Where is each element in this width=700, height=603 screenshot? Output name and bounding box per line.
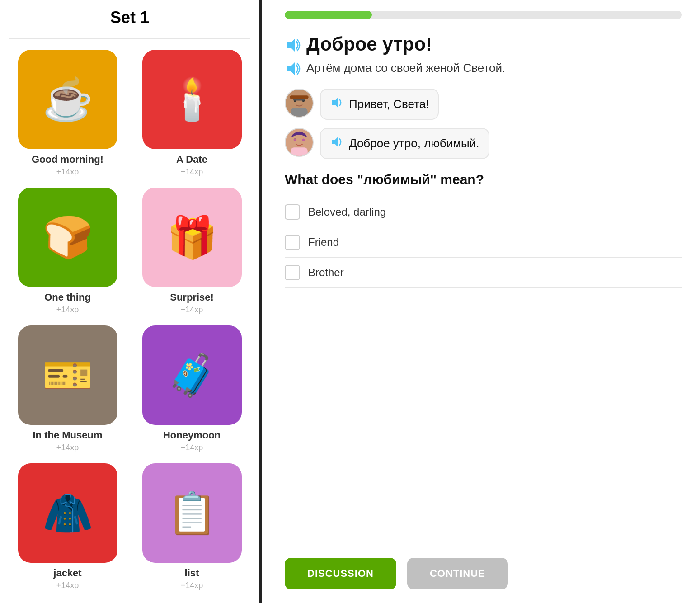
lesson-xp-7: +14xp: [181, 581, 203, 590]
lesson-xp-6: +14xp: [56, 581, 79, 590]
lesson-name-0: Good morning!: [32, 154, 103, 165]
discussion-button[interactable]: DISCUSSION: [285, 558, 396, 589]
svg-rect-7: [290, 96, 308, 99]
progress-track: [285, 11, 682, 19]
question-heading: What does "любимый" mean?: [285, 172, 682, 187]
lesson-icon-5: 🧳: [142, 325, 242, 425]
svg-point-13: [294, 139, 296, 141]
choice-text-0: Beloved, darling: [308, 206, 386, 218]
lesson-item-4[interactable]: 🎫In the Museum+14xp: [9, 325, 126, 452]
subtitle-speaker-icon[interactable]: [285, 61, 300, 76]
dialog-speaker-icon-1[interactable]: [330, 135, 343, 152]
subtitle: Артём дома со своей женой Светой.: [285, 60, 682, 76]
lesson-xp-1: +14xp: [181, 167, 203, 177]
main-heading: Доброе утро!: [285, 33, 682, 55]
subtitle-text: Артём дома со своей женой Светой.: [306, 60, 505, 76]
lesson-icon-7: 📋: [142, 463, 242, 563]
lesson-icon-3: 🎁: [142, 188, 242, 287]
continue-button[interactable]: CONTINUE: [407, 558, 508, 589]
button-row: DISCUSSION CONTINUE: [285, 558, 682, 589]
lesson-name-3: Surprise!: [170, 292, 214, 303]
progress-bar-container: [285, 11, 682, 19]
svg-marker-1: [287, 62, 295, 75]
dialog-row-0: Привет, Света!: [285, 89, 682, 120]
choices: Beloved, darlingFriendBrother: [285, 197, 682, 288]
lesson-name-2: One thing: [44, 292, 91, 303]
lesson-xp-5: +14xp: [181, 443, 203, 452]
svg-marker-8: [332, 98, 338, 108]
svg-marker-15: [332, 137, 338, 147]
svg-marker-0: [287, 39, 295, 52]
choice-text-1: Friend: [308, 236, 339, 249]
set-title: Set 1: [9, 0, 250, 39]
lesson-item-5[interactable]: 🧳Honeymoon+14xp: [133, 325, 250, 452]
choice-checkbox-2[interactable]: [285, 265, 300, 280]
lesson-icon-2: 🍞: [18, 188, 117, 287]
avatar-0: [285, 89, 314, 118]
svg-rect-3: [291, 108, 308, 117]
choice-item-2[interactable]: Brother: [285, 258, 682, 288]
lesson-item-0[interactable]: ☕Good morning!+14xp: [9, 50, 126, 177]
progress-fill: [285, 11, 372, 19]
choice-text-2: Brother: [308, 266, 344, 279]
lesson-icon-1: 🕯️: [142, 50, 242, 149]
dialog-speaker-icon-0[interactable]: [330, 96, 343, 113]
dialog-text-0: Привет, Света!: [349, 97, 429, 111]
choice-item-1[interactable]: Friend: [285, 227, 682, 258]
lesson-name-1: A Date: [176, 154, 207, 165]
lesson-icon-6: 🧥: [18, 463, 117, 563]
lesson-item-2[interactable]: 🍞One thing+14xp: [9, 188, 126, 315]
lesson-item-7[interactable]: 📋list+14xp: [133, 463, 250, 590]
lesson-xp-2: +14xp: [56, 305, 79, 315]
dialog-text-1: Доброе утро, любимый.: [349, 137, 479, 151]
lesson-item-1[interactable]: 🕯️A Date+14xp: [133, 50, 250, 177]
choice-checkbox-0[interactable]: [285, 204, 300, 220]
lesson-xp-3: +14xp: [181, 305, 203, 315]
dialog-row-1: Доброе утро, любимый.: [285, 128, 682, 159]
choice-item-0[interactable]: Beloved, darling: [285, 197, 682, 227]
lesson-name-7: list: [185, 567, 199, 579]
svg-point-14: [302, 139, 305, 141]
dialog-section: Привет, Света! Доброе утро, любимый.: [285, 89, 682, 159]
lesson-icon-4: 🎫: [18, 325, 117, 425]
avatar-1: [285, 128, 314, 157]
main-heading-text: Доброе утро!: [306, 33, 432, 55]
lesson-item-3[interactable]: 🎁Surprise!+14xp: [133, 188, 250, 315]
dialog-bubble-0[interactable]: Привет, Света!: [320, 89, 439, 120]
svg-rect-10: [291, 148, 308, 156]
right-panel: Доброе утро! Артём дома со своей женой С…: [262, 0, 700, 603]
left-panel: Set 1 ☕Good morning!+14xp🕯️A Date+14xp🍞O…: [0, 0, 262, 603]
choice-checkbox-1[interactable]: [285, 235, 300, 250]
lessons-grid: ☕Good morning!+14xp🕯️A Date+14xp🍞One thi…: [9, 50, 250, 590]
main-speaker-icon[interactable]: [285, 37, 300, 52]
lesson-icon-0: ☕: [18, 50, 117, 149]
lesson-item-6[interactable]: 🧥jacket+14xp: [9, 463, 126, 590]
dialog-bubble-1[interactable]: Доброе утро, любимый.: [320, 128, 489, 159]
lesson-name-6: jacket: [53, 567, 81, 579]
lesson-name-4: In the Museum: [33, 429, 102, 441]
lesson-name-5: Honeymoon: [163, 429, 221, 441]
lesson-xp-4: +14xp: [56, 443, 79, 452]
lesson-xp-0: +14xp: [56, 167, 79, 177]
